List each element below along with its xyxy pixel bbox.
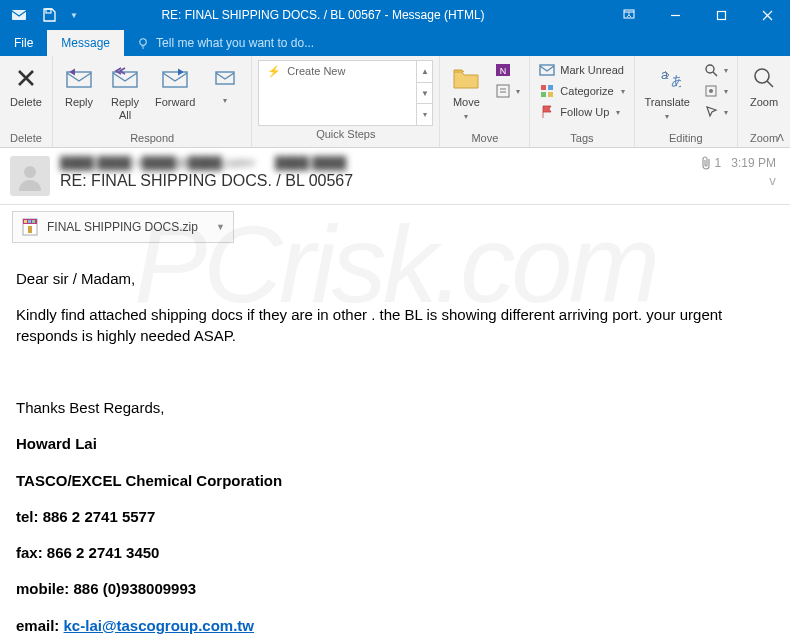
reply-all-icon — [109, 62, 141, 94]
outlook-icon[interactable] — [8, 4, 30, 26]
flag-icon — [539, 104, 555, 120]
message-body: Dear sir / Madam, Kindly find attached s… — [0, 253, 790, 643]
categorize-button[interactable]: Categorize▾ — [534, 81, 629, 101]
expand-header-icon[interactable]: ⅴ — [769, 174, 776, 188]
svg-point-21 — [709, 89, 713, 93]
minimize-button[interactable] — [652, 0, 698, 30]
zoom-button[interactable]: Zoom — [742, 58, 786, 109]
header-meta: 1 3:19 PM ⅴ — [700, 156, 776, 196]
attachment-item[interactable]: FINAL SHIPPING DOCS.zip ▼ — [12, 211, 234, 243]
group-delete: Delete Delete — [0, 56, 53, 147]
svg-rect-5 — [67, 72, 91, 87]
select-button[interactable]: ▾ — [698, 102, 733, 122]
forward-icon — [159, 62, 191, 94]
attachment-dropdown-icon[interactable]: ▼ — [216, 222, 225, 232]
svg-rect-12 — [540, 65, 554, 75]
paperclip-icon — [700, 156, 712, 170]
window-title: RE: FINAL SHIPPING DOCS. / BL 00567 - Me… — [80, 8, 606, 22]
envelope-closed-icon — [539, 62, 555, 78]
svg-rect-29 — [28, 226, 32, 233]
quick-steps-gallery[interactable]: ⚡ Create New ▲ ▼ ▾ — [258, 60, 433, 126]
find-icon — [703, 62, 719, 78]
tell-me-search[interactable]: Tell me what you want to do... — [124, 30, 314, 56]
related-icon — [703, 83, 719, 99]
onenote-button[interactable]: N — [490, 60, 525, 80]
reply-button[interactable]: Reply — [57, 58, 101, 109]
svg-rect-3 — [717, 11, 725, 19]
related-button[interactable]: ▾ — [698, 81, 733, 101]
svg-rect-28 — [32, 220, 35, 223]
signature-company: TASCO/EXCEL Chemical Corporation — [16, 471, 774, 491]
svg-text:N: N — [500, 66, 507, 76]
actions-button[interactable]: ▾ — [490, 81, 525, 101]
follow-up-button[interactable]: Follow Up▾ — [534, 102, 629, 122]
zip-file-icon — [21, 217, 39, 237]
zoom-icon — [748, 62, 780, 94]
body-greeting: Dear sir / Madam, — [16, 269, 774, 289]
svg-rect-27 — [28, 220, 31, 223]
qs-down[interactable]: ▼ — [417, 83, 432, 105]
svg-rect-15 — [541, 92, 546, 97]
group-move: Move▾ N ▾ Move — [440, 56, 530, 147]
more-respond-button[interactable]: ▾ — [203, 58, 247, 105]
message-subject: RE: FINAL SHIPPING DOCS. / BL 00567 — [60, 172, 690, 190]
quick-step-create-new[interactable]: ⚡ Create New — [259, 61, 353, 125]
sender-avatar — [10, 156, 50, 196]
qs-up[interactable]: ▲ — [417, 61, 432, 83]
header-text: ████ ████ <████@████.com> ████ ████ RE: … — [60, 156, 690, 196]
mark-unread-button[interactable]: Mark Unread — [534, 60, 629, 80]
signature-fax: fax: 866 2 2741 3450 — [16, 543, 774, 563]
actions-icon — [495, 83, 511, 99]
body-signoff: Thanks Best Regards, — [16, 398, 774, 418]
group-label-quicksteps: Quick Steps — [256, 126, 435, 143]
signature-email-link[interactable]: kc-lai@tascogroup.com.tw — [64, 617, 255, 634]
svg-point-23 — [24, 166, 36, 178]
qat-dropdown-icon[interactable]: ▼ — [68, 4, 80, 26]
bulb-icon — [136, 36, 150, 50]
forward-button[interactable]: Forward — [149, 58, 201, 109]
qs-more[interactable]: ▾ — [417, 104, 432, 125]
svg-point-22 — [755, 69, 769, 83]
attachment-indicator: 1 — [700, 156, 722, 170]
categorize-icon — [539, 83, 555, 99]
save-icon[interactable] — [38, 4, 60, 26]
group-editing: aあ Translate▾ ▾ ▾ ▾ Editing — [635, 56, 738, 147]
collapse-ribbon-icon[interactable]: ᐱ — [777, 132, 784, 143]
signature-email: email: kc-lai@tascogroup.com.tw — [16, 616, 774, 636]
maximize-button[interactable] — [698, 0, 744, 30]
delete-button[interactable]: Delete — [4, 58, 48, 109]
quick-access-toolbar: ▼ — [0, 4, 80, 26]
signature-tel: tel: 886 2 2741 5577 — [16, 507, 774, 527]
svg-text:あ: あ — [671, 73, 681, 88]
attachment-filename: FINAL SHIPPING DOCS.zip — [47, 220, 198, 234]
sender-line: ████ ████ <████@████.com> ████ ████ — [60, 156, 690, 170]
signature-name: Howard Lai — [16, 434, 774, 454]
svg-point-19 — [706, 65, 714, 73]
svg-rect-16 — [548, 92, 553, 97]
group-tags: Mark Unread Categorize▾ Follow Up▾ Tags — [530, 56, 634, 147]
translate-button[interactable]: aあ Translate▾ — [639, 58, 696, 121]
attachments-row: FINAL SHIPPING DOCS.zip ▼ — [0, 205, 790, 253]
ribbon-options-icon[interactable] — [606, 0, 652, 30]
ribbon-tabs: File Message Tell me what you want to do… — [0, 30, 790, 56]
folder-icon — [450, 62, 482, 94]
svg-rect-13 — [541, 85, 546, 90]
quick-steps-spinner: ▲ ▼ ▾ — [416, 61, 432, 125]
group-label-delete: Delete — [4, 130, 48, 147]
group-label-editing: Editing — [639, 130, 733, 147]
reply-all-button[interactable]: Reply All — [103, 58, 147, 121]
svg-rect-6 — [113, 72, 137, 87]
tab-file[interactable]: File — [0, 30, 47, 56]
signature-mobile: mobile: 886 (0)938009993 — [16, 579, 774, 599]
group-label-respond: Respond — [57, 130, 247, 147]
delete-icon — [10, 62, 42, 94]
tab-message[interactable]: Message — [47, 30, 124, 56]
group-quick-steps: ⚡ Create New ▲ ▼ ▾ Quick Steps — [252, 56, 440, 147]
close-button[interactable] — [744, 0, 790, 30]
message-header: ████ ████ <████@████.com> ████ ████ RE: … — [0, 148, 790, 205]
group-label-move: Move — [444, 130, 525, 147]
move-button[interactable]: Move▾ — [444, 58, 488, 121]
reply-icon — [63, 62, 95, 94]
find-button[interactable]: ▾ — [698, 60, 733, 80]
svg-rect-7 — [163, 72, 187, 87]
